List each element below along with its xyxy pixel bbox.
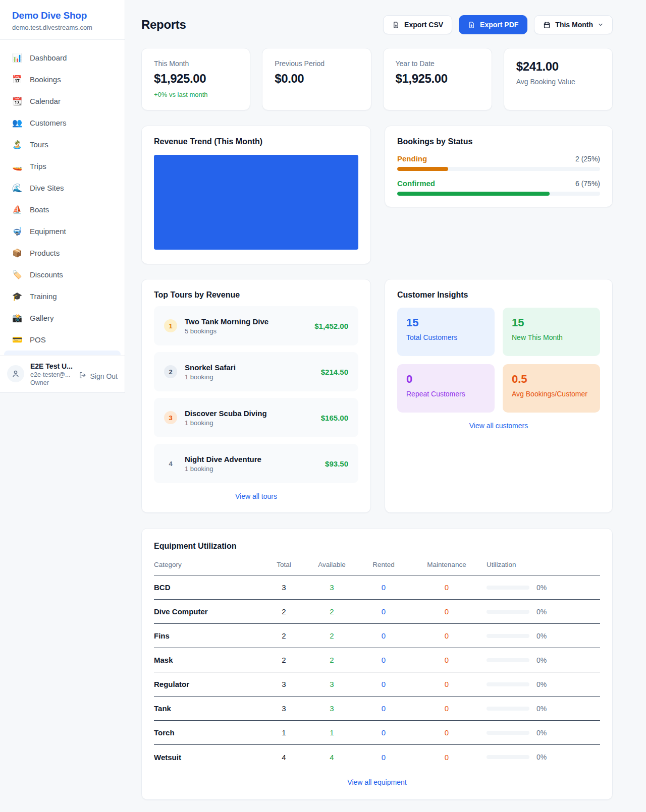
period-label: This Month (555, 21, 593, 29)
sidebar-item-label: Dashboard (30, 53, 67, 62)
insight-value: 0 (406, 373, 486, 386)
stat-delta: +0% vs last month (154, 91, 238, 98)
status-bar-track (397, 167, 600, 171)
bookings-by-status-card: Bookings by Status Pending 2 (25%) Confi… (385, 126, 613, 207)
utilization-bar (487, 682, 529, 686)
sidebar-item-tours[interactable]: 🏝️ Tours (4, 134, 121, 155)
sidebar-item-equipment[interactable]: 🤿 Equipment (4, 220, 121, 242)
utilization-percent: 0% (536, 632, 547, 640)
sidebar-item-bookings[interactable]: 📅 Bookings (4, 69, 121, 90)
status-row-confirmed: Confirmed 6 (75%) (397, 179, 600, 196)
training-icon: 🎓 (12, 292, 22, 301)
shop-name-link[interactable]: Demo Dive Shop (12, 10, 113, 21)
tour-amount: $165.00 (321, 414, 348, 422)
header-actions: Export CSV Export PDF (383, 15, 613, 34)
sidebar-item-discounts[interactable]: 🏷️ Discounts (4, 264, 121, 285)
sidebar-item-dive-sites[interactable]: 🌊 Dive Sites (4, 177, 121, 199)
utilization-percent: 0% (536, 680, 547, 688)
stat-label: Avg Booking Value (516, 78, 600, 86)
status-row-pending: Pending 2 (25%) (397, 154, 600, 171)
sidebar-item-reports-active-partial[interactable] (4, 351, 121, 355)
discounts-icon: 🏷️ (12, 270, 22, 279)
calendar-icon: 📆 (12, 96, 22, 106)
utilization-bar (487, 755, 529, 759)
equipment-rented: 0 (358, 607, 409, 616)
column-header-maintenance: Maintenance (409, 561, 484, 568)
export-pdf-button[interactable]: Export PDF (459, 15, 527, 34)
stat-value: $1,925.00 (396, 72, 479, 86)
sidebar-item-training[interactable]: 🎓 Training (4, 285, 121, 307)
tour-amount: $214.50 (321, 368, 348, 376)
equipment-available: 3 (305, 583, 358, 592)
tour-row: 2 Snorkel Safari 1 booking $214.50 (154, 352, 358, 391)
utilization-bar (487, 610, 529, 614)
view-all-equipment-link[interactable]: View all equipment (347, 778, 406, 786)
dashboard-icon: 📊 (12, 53, 22, 63)
equipment-category: Tank (154, 704, 262, 713)
stat-card-avg-booking-value: $241.00 Avg Booking Value (504, 48, 613, 110)
equipment-available: 3 (305, 680, 358, 688)
equipment-icon: 🤿 (12, 226, 22, 236)
stat-value: $241.00 (516, 60, 600, 74)
sidebar-item-boats[interactable]: ⛵ Boats (4, 199, 121, 220)
sidebar-item-label: Bookings (30, 75, 61, 84)
insight-tile-new-this-month: 15 New This Month (503, 308, 600, 356)
sidebar-item-label: Tours (30, 140, 48, 149)
sidebar-item-label: POS (30, 335, 46, 344)
rank-badge: 1 (164, 319, 177, 332)
equipment-category: Regulator (154, 680, 262, 688)
user-role: Owner (30, 379, 73, 386)
sidebar-item-pos[interactable]: 💳 POS (4, 329, 121, 351)
export-csv-label: Export CSV (404, 21, 443, 29)
equipment-available: 3 (305, 704, 358, 713)
equipment-total: 4 (262, 753, 305, 762)
equipment-total: 2 (262, 607, 305, 616)
sidebar-item-gallery[interactable]: 📸 Gallery (4, 307, 121, 329)
equipment-available: 4 (305, 753, 358, 762)
chevron-down-icon (598, 22, 604, 28)
equipment-rented: 0 (358, 583, 409, 592)
status-bar-fill (397, 167, 448, 171)
view-all-tours-link[interactable]: View all tours (235, 492, 277, 500)
equipment-available: 2 (305, 631, 358, 640)
top-tours-card: Top Tours by Revenue 1 Two Tank Morning … (141, 279, 371, 513)
customer-insights-card: Customer Insights 15 Total Customers 15 … (385, 279, 613, 513)
equipment-maintenance: 0 (409, 631, 484, 640)
sidebar-item-products[interactable]: 📦 Products (4, 242, 121, 264)
table-row: Torch 1 1 0 0 0% (154, 721, 600, 745)
sidebar-item-customers[interactable]: 👥 Customers (4, 112, 121, 134)
sidebar-nav: 📊 Dashboard 📅 Bookings 📆 Calendar 👥 Cust… (0, 40, 125, 356)
customer-insights-title: Customer Insights (397, 291, 600, 300)
equipment-category: Wetsuit (154, 753, 262, 762)
equipment-total: 3 (262, 583, 305, 592)
sidebar-item-label: Dive Sites (30, 184, 64, 192)
pos-icon: 💳 (12, 335, 22, 344)
status-bar-fill (397, 192, 550, 196)
equipment-category: BCD (154, 583, 262, 592)
view-all-customers-link[interactable]: View all customers (469, 422, 528, 430)
sidebar-item-label: Equipment (30, 227, 66, 236)
stat-label: Year to Date (396, 60, 479, 68)
utilization-percent: 0% (536, 705, 547, 713)
insights-row: Top Tours by Revenue 1 Two Tank Morning … (141, 279, 613, 513)
stat-card-this-month: This Month $1,925.00 +0% vs last month (141, 48, 250, 110)
sidebar-item-trips[interactable]: 🚤 Trips (4, 155, 121, 177)
insight-value: 15 (512, 316, 591, 329)
revenue-trend-title: Revenue Trend (This Month) (154, 137, 358, 146)
utilization-percent: 0% (536, 584, 547, 592)
customers-icon: 👥 (12, 118, 22, 128)
table-row: Fins 2 2 0 0 0% (154, 624, 600, 648)
insight-label: New This Month (512, 333, 591, 341)
sidebar-item-dashboard[interactable]: 📊 Dashboard (4, 47, 121, 69)
equipment-maintenance: 0 (409, 704, 484, 713)
period-dropdown[interactable]: This Month (534, 15, 613, 34)
insight-label: Repeat Customers (406, 390, 486, 398)
equipment-utilization-card: Equipment Utilization Category Total Ava… (141, 528, 613, 800)
equipment-available: 1 (305, 728, 358, 737)
export-pdf-label: Export PDF (480, 21, 518, 29)
equipment-category: Fins (154, 631, 262, 640)
sidebar-item-calendar[interactable]: 📆 Calendar (4, 90, 121, 112)
export-csv-button[interactable]: Export CSV (383, 15, 452, 34)
sign-out-button[interactable]: Sign Out (79, 371, 118, 381)
equipment-total: 3 (262, 680, 305, 688)
